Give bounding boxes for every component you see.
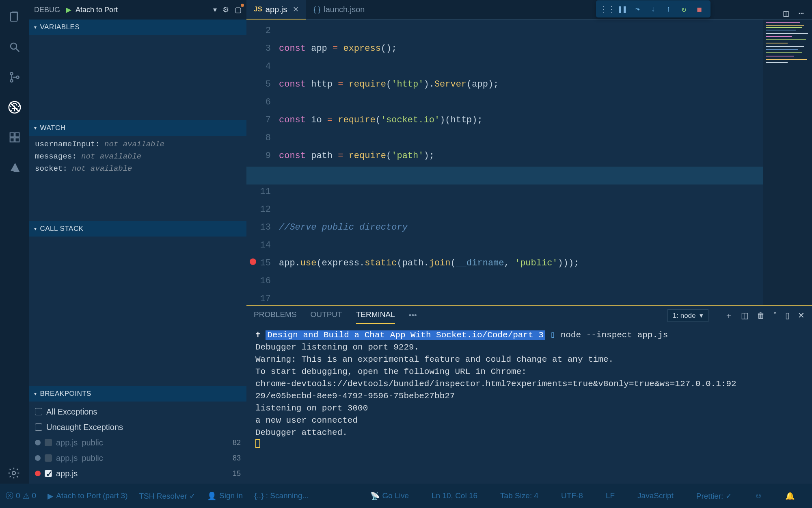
terminal-cursor [255,439,260,448]
breakpoint-item[interactable]: ✓app.js15 [29,466,246,481]
split-terminal-icon[interactable]: ◫ [741,310,749,320]
tab-launch-json[interactable]: { }launch.json [306,0,372,19]
source-control-icon[interactable] [5,67,24,87]
checkbox-icon [35,423,42,431]
debug-console-icon[interactable]: ▢ [235,5,242,14]
breakpoint-item[interactable]: app.jspublic83 [29,450,246,466]
breakpoint-gutter-icon[interactable] [250,258,256,265]
code-editor[interactable]: 234567891011121314151617 const app = exp… [246,20,812,305]
variables-section-header[interactable]: ▾VARIABLES [29,20,246,35]
js-file-icon: JS [254,5,262,13]
watch-item[interactable]: usernameInput: not available [29,138,246,150]
svg-rect-11 [15,138,19,142]
debug-config-header: DEBUG ▶ Atach to Port ▾ ⚙ ▢ [29,0,246,20]
breakpoint-dot-icon [35,471,41,476]
gutter: 234567891011121314151617 [246,20,279,305]
debug-icon[interactable] [5,98,24,117]
panel-tabs: PROBLEMS OUTPUT TERMINAL ••• 1: node ▾ ＋… [246,306,812,325]
svg-point-5 [16,76,19,78]
kill-terminal-icon[interactable]: 🗑 [757,311,765,320]
close-panel-icon[interactable]: ✕ [798,310,805,320]
status-cursor[interactable]: Ln 10, Col 16 [432,491,477,501]
json-file-icon: { } [313,5,320,14]
svg-rect-0 [11,13,17,21]
new-terminal-icon[interactable]: ＋ [725,310,733,321]
breakpoint-item[interactable]: All Exceptions [29,404,246,419]
status-lang[interactable]: JavaScript [637,491,674,501]
checkbox-icon [35,408,42,415]
bottom-panel: PROBLEMS OUTPUT TERMINAL ••• 1: node ▾ ＋… [246,305,812,484]
status-prettier[interactable]: Prettier: ✓ [696,491,732,501]
watch-item[interactable]: socket: not available [29,163,246,175]
drag-handle-icon[interactable]: ⋮⋮ [599,4,615,14]
status-signin[interactable]: 👤 Sign in [207,491,243,501]
gear-icon[interactable]: ⚙ [222,5,229,14]
panel-tab-output[interactable]: OUTPUT [311,310,342,321]
status-golive[interactable]: 📡 Go Live [370,491,409,501]
status-resolver[interactable]: TSH Resolver ✓ [139,491,196,501]
status-bar: ⓧ 0 ⚠ 0 ▶ Atach to Port (part 3) TSH Res… [0,484,812,508]
watch-section-body: usernameInput: not available messages: n… [29,136,246,221]
extensions-icon[interactable] [5,128,24,147]
restart-icon[interactable]: ↻ [676,4,692,14]
status-errors[interactable]: ⓧ 0 ⚠ 0 [6,491,36,501]
debug-sidebar: DEBUG ▶ Atach to Port ▾ ⚙ ▢ ▾VARIABLES ▾… [29,0,246,484]
terminal-select[interactable]: 1: node ▾ [667,309,708,322]
callstack-section-header[interactable]: ▾CALL STACK [29,221,246,237]
watch-section-header[interactable]: ▾WATCH [29,120,246,136]
svg-rect-10 [10,138,14,142]
status-bell-icon[interactable]: 🔔 [785,491,795,501]
panel-overflow-icon[interactable]: ••• [409,311,417,320]
status-scanning[interactable]: {..} : Scanning... [254,491,309,500]
breakpoint-dot-icon [35,455,41,461]
tab-app-js[interactable]: JSapp.js✕ [246,0,306,19]
panel-tab-terminal[interactable]: TERMINAL [356,310,395,321]
more-icon[interactable]: ⋯ [799,8,804,19]
debug-toolbar: ⋮⋮ ❚❚ ↷ ↓ ↑ ↻ ◼ [596,0,710,17]
editor-tabs: JSapp.js✕ { }launch.json ⋮⋮ ❚❚ ↷ ↓ ↑ ↻ ◼… [246,0,812,20]
pause-icon[interactable]: ❚❚ [615,4,630,14]
callstack-section-body [29,237,246,386]
debug-config-select[interactable]: Atach to Port [76,6,207,14]
terminal-output[interactable]: ✝ Design and Build a Chat App With Socke… [246,325,812,484]
start-debug-icon[interactable]: ▶ [66,5,71,14]
checkbox-icon [45,439,52,446]
azure-icon[interactable] [5,158,24,177]
step-into-icon[interactable]: ↓ [646,4,661,14]
status-eol[interactable]: LF [606,491,615,501]
code-content: const app = express(); const http = requ… [279,20,812,305]
svg-rect-9 [15,133,19,137]
panel-position-icon[interactable]: ▯ [785,310,790,320]
checkbox-icon: ✓ [45,470,52,477]
svg-point-1 [11,43,17,49]
panel-tab-problems[interactable]: PROBLEMS [254,310,297,321]
maximize-panel-icon[interactable]: ˄ [773,310,777,320]
breakpoints-section-body: All Exceptions Uncaught Exceptions app.j… [29,402,246,484]
stop-icon[interactable]: ◼ [692,4,707,14]
breakpoint-item[interactable]: app.jspublic82 [29,435,246,450]
status-tabsize[interactable]: Tab Size: 4 [500,491,538,501]
status-encoding[interactable]: UTF-8 [561,491,583,501]
watch-item[interactable]: messages: not available [29,150,246,163]
split-editor-icon[interactable]: ◫ [784,8,789,19]
editor-area: JSapp.js✕ { }launch.json ⋮⋮ ❚❚ ↷ ↓ ↑ ↻ ◼… [246,0,812,484]
status-feedback-icon[interactable]: ☺ [755,491,762,501]
search-icon[interactable] [5,37,24,57]
step-over-icon[interactable]: ↷ [630,4,646,14]
explorer-icon[interactable] [5,7,24,27]
variables-section-body [29,35,246,120]
svg-point-3 [10,72,13,75]
svg-rect-8 [10,133,14,137]
debug-title: DEBUG [34,6,60,14]
svg-point-26 [12,471,15,475]
settings-gear-icon[interactable] [7,467,20,480]
breakpoint-dot-icon [35,440,41,445]
svg-point-4 [10,80,13,82]
step-out-icon[interactable]: ↑ [661,4,676,14]
close-icon[interactable]: ✕ [293,5,299,14]
terminal-path: Design and Build a Chat App With Socket.… [266,330,545,340]
breakpoint-item[interactable]: Uncaught Exceptions [29,419,246,435]
config-dropdown-icon[interactable]: ▾ [213,5,217,14]
breakpoints-section-header[interactable]: ▾BREAKPOINTS [29,386,246,402]
status-launch[interactable]: ▶ Atach to Port (part 3) [48,491,127,501]
